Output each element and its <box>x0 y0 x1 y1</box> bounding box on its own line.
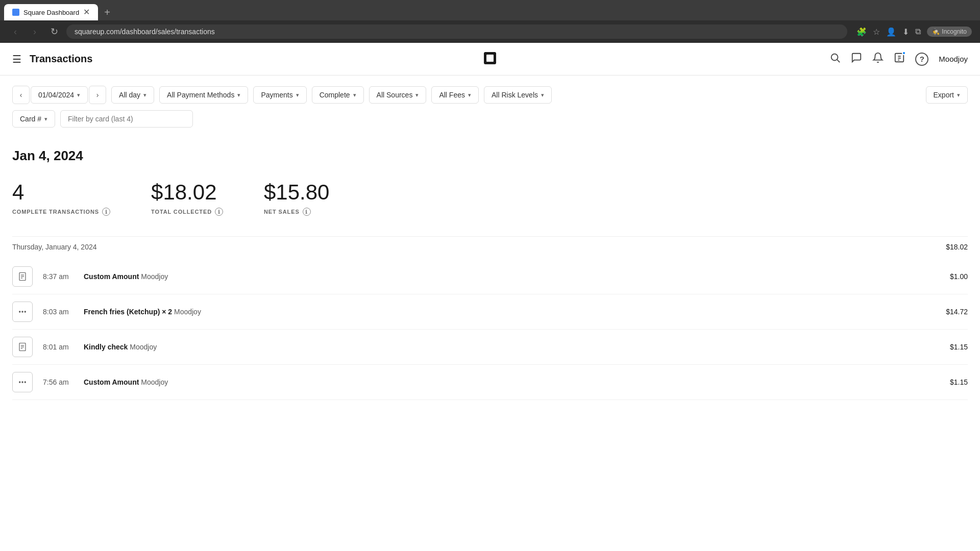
payment-methods-label: All Payment Methods <box>167 91 234 99</box>
transaction-time: 8:37 am <box>43 272 84 281</box>
card-filter-button[interactable]: Card # ▾ <box>12 110 55 128</box>
new-tab-button[interactable]: + <box>100 5 114 20</box>
user-name[interactable]: Moodjoy <box>939 55 968 63</box>
transaction-icon-receipt <box>12 266 33 287</box>
browser-toolbar: ‹ › ↻ 🧩 ☆ 👤 ⬇ ⧉ 🕵 Incognito <box>0 20 980 43</box>
svg-point-14 <box>24 311 26 312</box>
complete-filter-button[interactable]: Complete ▾ <box>312 86 364 104</box>
transaction-description: Custom Amount Moodjoy <box>84 378 950 386</box>
total-collected-stat: $18.02 TOTAL COLLECTED ℹ <box>151 180 223 216</box>
tab-close-button[interactable]: ✕ <box>83 8 90 16</box>
page-title: Transactions <box>30 53 92 65</box>
transactions-label: COMPLETE TRANSACTIONS ℹ <box>12 208 110 216</box>
all-day-label: All day <box>119 91 140 99</box>
section-date: Thursday, January 4, 2024 <box>12 243 97 251</box>
chat-icon[interactable] <box>851 52 862 66</box>
transaction-description: Custom Amount Moodjoy <box>84 272 950 281</box>
svg-point-21 <box>24 382 26 383</box>
payment-methods-filter-button[interactable]: All Payment Methods ▾ <box>159 86 248 104</box>
date-filter-button[interactable]: 01/04/2024 ▾ <box>31 86 88 104</box>
active-tab[interactable]: Square Dashboard ✕ <box>4 4 98 20</box>
card-filter-chevron-icon: ▾ <box>44 116 47 122</box>
download-icon[interactable]: ⬇ <box>902 27 909 37</box>
svg-point-12 <box>19 311 20 312</box>
date-heading: Jan 4, 2024 <box>12 148 968 164</box>
card-number-input[interactable] <box>60 110 193 128</box>
card-filter-row: Card # ▾ <box>0 110 980 136</box>
browser-tabs: Square Dashboard ✕ + <box>0 0 980 20</box>
next-date-button[interactable]: › <box>89 86 106 104</box>
export-button[interactable]: Export ▾ <box>926 86 968 104</box>
transaction-description: Kindly check Moodjoy <box>84 343 950 351</box>
table-row[interactable]: 7:56 am Custom Amount Moodjoy $1.15 <box>12 365 968 400</box>
main-content: Jan 4, 2024 4 COMPLETE TRANSACTIONS ℹ $1… <box>0 136 980 400</box>
card-filter-label: Card # <box>20 115 41 123</box>
svg-point-20 <box>22 382 23 383</box>
incognito-badge: 🕵 Incognito <box>927 27 972 37</box>
extensions-icon[interactable]: 🧩 <box>856 27 867 37</box>
split-view-icon[interactable]: ⧉ <box>915 27 921 36</box>
transaction-amount: $1.00 <box>950 272 968 281</box>
all-fees-filter-button[interactable]: All Fees ▾ <box>431 86 479 104</box>
total-collected-info-icon[interactable]: ℹ <box>215 208 223 216</box>
complete-label: Complete <box>320 91 350 99</box>
transaction-icon-dots <box>12 302 33 322</box>
table-row[interactable]: 8:03 am French fries (Ketchup) × 2 Moodj… <box>12 294 968 330</box>
payments-chevron-icon: ▾ <box>296 92 299 98</box>
transaction-amount: $1.15 <box>950 343 968 351</box>
date-filter-label: 01/04/2024 <box>38 91 74 99</box>
all-day-chevron-icon: ▾ <box>143 92 146 98</box>
transaction-icon-dots <box>12 372 33 392</box>
transactions-count: 4 <box>12 180 110 205</box>
table-row[interactable]: 8:01 am Kindly check Moodjoy $1.15 <box>12 330 968 365</box>
payment-methods-chevron-icon: ▾ <box>237 92 240 98</box>
transactions-stat: 4 COMPLETE TRANSACTIONS ℹ <box>12 180 110 216</box>
prev-date-button[interactable]: ‹ <box>12 86 30 104</box>
total-collected-label: TOTAL COLLECTED ℹ <box>151 208 223 216</box>
all-sources-filter-button[interactable]: All Sources ▾ <box>369 86 427 104</box>
payments-filter-button[interactable]: Payments ▾ <box>253 86 306 104</box>
svg-line-3 <box>837 60 840 62</box>
incognito-label: Incognito <box>942 28 967 35</box>
transactions-info-icon[interactable]: ℹ <box>102 208 110 216</box>
net-sales-label: NET SALES ℹ <box>264 208 329 216</box>
all-risk-levels-filter-button[interactable]: All Risk Levels ▾ <box>484 86 552 104</box>
browser-toolbar-icons: 🧩 ☆ 👤 ⬇ ⧉ 🕵 Incognito <box>856 27 972 37</box>
all-fees-chevron-icon: ▾ <box>468 92 471 98</box>
date-chevron-icon: ▾ <box>77 92 80 98</box>
transaction-time: 7:56 am <box>43 378 84 386</box>
forward-button[interactable]: › <box>28 24 42 39</box>
all-risk-levels-label: All Risk Levels <box>492 91 538 99</box>
transaction-time: 8:03 am <box>43 308 84 316</box>
net-sales-stat: $15.80 NET SALES ℹ <box>264 180 329 216</box>
stats-row: 4 COMPLETE TRANSACTIONS ℹ $18.02 TOTAL C… <box>12 180 968 216</box>
search-icon[interactable] <box>829 52 841 66</box>
profile-icon[interactable]: 👤 <box>886 27 896 37</box>
svg-rect-1 <box>486 55 494 62</box>
address-bar[interactable] <box>66 24 847 39</box>
all-day-filter-button[interactable]: All day ▾ <box>111 86 154 104</box>
transaction-description: French fries (Ketchup) × 2 Moodjoy <box>84 308 946 316</box>
bell-icon[interactable] <box>872 52 884 66</box>
reports-icon[interactable] <box>894 52 905 66</box>
svg-point-13 <box>22 311 23 312</box>
browser-chrome: Square Dashboard ✕ + ‹ › ↻ 🧩 ☆ 👤 ⬇ ⧉ 🕵 I… <box>0 0 980 43</box>
export-chevron-icon: ▾ <box>957 92 960 98</box>
bookmark-star-icon[interactable]: ☆ <box>873 27 880 37</box>
net-sales-value: $15.80 <box>264 180 329 205</box>
header-actions: ? Moodjoy <box>829 52 968 66</box>
table-row[interactable]: 8:37 am Custom Amount Moodjoy $1.00 <box>12 259 968 294</box>
refresh-button[interactable]: ↻ <box>47 24 61 39</box>
transaction-icon-receipt <box>12 337 33 357</box>
all-risk-levels-chevron-icon: ▾ <box>541 92 544 98</box>
complete-chevron-icon: ▾ <box>353 92 356 98</box>
menu-button[interactable]: ☰ <box>12 53 21 65</box>
app-logo <box>482 50 498 68</box>
notification-dot <box>902 51 906 55</box>
app-header: ☰ Transactions ? Moodjoy <box>0 43 980 76</box>
help-icon[interactable]: ? <box>915 53 928 66</box>
back-button[interactable]: ‹ <box>8 24 22 39</box>
net-sales-info-icon[interactable]: ℹ <box>303 208 311 216</box>
svg-point-2 <box>831 54 838 61</box>
payments-label: Payments <box>261 91 292 99</box>
